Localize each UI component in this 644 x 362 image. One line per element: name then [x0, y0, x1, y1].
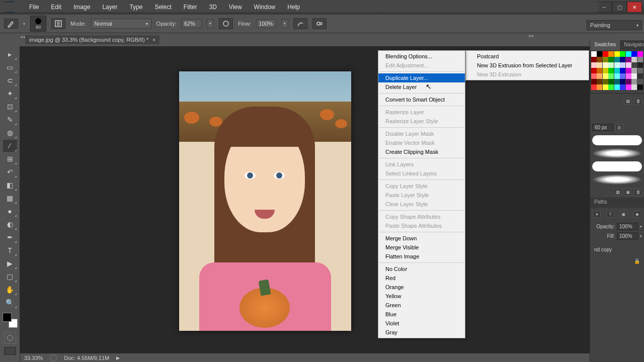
menu-filter[interactable]: Filter — [178, 3, 203, 12]
quick-mask-button[interactable] — [4, 332, 16, 344]
swatches-tab[interactable]: Swatches — [590, 40, 620, 50]
new-icon[interactable]: ▣ — [624, 189, 632, 196]
context-menu-item[interactable]: Violet — [378, 319, 465, 328]
color-swatch[interactable] — [620, 73, 625, 79]
menu-window[interactable]: Window — [248, 3, 282, 12]
flow-input[interactable]: 100% — [256, 19, 276, 28]
doc-info-arrow-icon[interactable]: ▶ — [116, 355, 120, 360]
color-swatch[interactable] — [620, 84, 625, 90]
eyedropper-tool[interactable]: ✎ — [3, 114, 17, 126]
panel-icon[interactable]: ▣ — [620, 211, 628, 218]
filter-icon[interactable]: ● — [593, 211, 601, 218]
context-menu-item[interactable]: Blending Options... — [378, 52, 465, 61]
color-swatch[interactable] — [603, 79, 608, 84]
navigator-tab[interactable]: Navigator — [620, 40, 644, 50]
color-swatch[interactable] — [637, 68, 643, 73]
magic-wand-tool[interactable]: ✦ — [3, 87, 17, 100]
paths-tab[interactable]: Paths — [590, 198, 611, 208]
color-swatch[interactable] — [597, 73, 602, 79]
color-swatch[interactable] — [631, 57, 637, 62]
color-swatch[interactable] — [626, 62, 631, 68]
color-swatch[interactable] — [626, 79, 631, 84]
color-swatch[interactable] — [597, 79, 602, 84]
opacity-input[interactable]: 62% — [182, 19, 202, 28]
color-swatch[interactable] — [597, 57, 602, 62]
menu-3d[interactable]: 3D — [203, 3, 222, 12]
maximize-button[interactable]: ▢ — [612, 2, 627, 13]
menu-view[interactable]: View — [223, 3, 248, 12]
color-swatch[interactable] — [591, 79, 597, 84]
color-swatch[interactable] — [603, 62, 608, 68]
context-menu-item[interactable]: Create Clipping Mask — [378, 147, 465, 156]
color-swatch[interactable] — [631, 84, 637, 90]
screen-mode-button[interactable] — [4, 347, 16, 355]
color-swatch[interactable] — [597, 84, 602, 90]
clone-stamp-tool[interactable]: ⊞ — [3, 153, 17, 165]
menu-image[interactable]: Image — [67, 3, 96, 12]
brush-panel-toggle-icon[interactable] — [51, 18, 65, 29]
color-swatch[interactable] — [626, 51, 631, 57]
marquee-tool[interactable]: ▭ — [3, 61, 17, 73]
color-swatch[interactable] — [637, 62, 643, 68]
color-swatch[interactable] — [637, 79, 643, 84]
healing-brush-tool[interactable]: ◍ — [3, 127, 17, 139]
color-swatch[interactable] — [631, 73, 637, 79]
document-canvas[interactable] — [179, 71, 351, 331]
rectangle-tool[interactable]: ▢ — [3, 270, 17, 283]
menu-file[interactable]: File — [23, 3, 45, 12]
foreground-background-color[interactable] — [3, 313, 18, 328]
context-menu-item[interactable]: Green — [378, 301, 465, 310]
context-menu-item[interactable]: No Color — [378, 264, 465, 274]
blend-mode-select[interactable]: Normal▾ — [91, 19, 151, 29]
opacity-dropdown[interactable]: ▾ — [207, 19, 214, 28]
airbrush-icon[interactable] — [293, 18, 307, 29]
color-swatch[interactable] — [620, 62, 625, 68]
color-swatch[interactable] — [626, 73, 631, 79]
brush-tool[interactable]: ∕ — [3, 140, 17, 152]
color-swatch[interactable] — [626, 68, 631, 73]
color-swatch[interactable] — [614, 73, 620, 79]
color-swatch[interactable] — [603, 73, 608, 79]
color-swatch[interactable] — [614, 57, 620, 62]
color-swatch[interactable] — [603, 51, 608, 57]
color-swatch[interactable] — [608, 57, 614, 62]
path-selection-tool[interactable]: ▶ — [3, 257, 17, 269]
brush-settings-icon[interactable]: ⊞ — [615, 124, 623, 131]
color-swatch[interactable] — [614, 68, 620, 73]
color-swatch[interactable] — [637, 51, 643, 57]
color-swatch[interactable] — [591, 62, 597, 68]
color-swatch[interactable] — [631, 68, 637, 73]
dodge-tool[interactable]: ◐ — [3, 218, 17, 230]
current-tool-icon[interactable] — [4, 19, 18, 29]
panel-icon[interactable]: ▦ — [614, 189, 622, 196]
color-swatch[interactable] — [608, 62, 614, 68]
context-menu-item[interactable]: Orange — [378, 283, 465, 292]
color-swatch[interactable] — [597, 62, 602, 68]
color-swatch[interactable] — [620, 79, 625, 84]
close-button[interactable]: ✕ — [627, 2, 642, 13]
history-brush-tool[interactable]: ↶ — [3, 166, 17, 178]
hand-tool[interactable]: ✋ — [3, 284, 17, 296]
color-swatch[interactable] — [608, 68, 614, 73]
panel-icon[interactable]: ▦ — [624, 98, 632, 105]
color-swatch[interactable] — [603, 68, 608, 73]
close-tab-icon[interactable]: × — [152, 37, 155, 43]
menu-edit[interactable]: Edit — [45, 3, 67, 12]
brush-stroke-sample[interactable] — [592, 148, 642, 158]
color-swatch[interactable] — [637, 84, 643, 90]
color-swatch[interactable] — [631, 79, 637, 84]
type-tool[interactable]: T — [3, 244, 17, 256]
color-swatch[interactable] — [614, 62, 620, 68]
color-swatch[interactable] — [591, 84, 597, 90]
brush-stroke-sample[interactable] — [592, 135, 642, 145]
color-swatch[interactable] — [591, 57, 597, 62]
gradient-tool[interactable]: ▦ — [3, 192, 17, 204]
color-swatch[interactable] — [603, 57, 608, 62]
submenu-item[interactable]: New 3D Extrusion from Selected Layer — [466, 61, 589, 70]
brush-stroke-sample[interactable] — [592, 174, 642, 185]
minimize-button[interactable]: ─ — [597, 2, 612, 13]
context-menu-item[interactable]: Merge Visible — [378, 243, 465, 252]
brush-preset-picker[interactable]: 60 — [30, 16, 46, 32]
trash-icon[interactable]: 🗑 — [634, 98, 642, 105]
menu-type[interactable]: Type — [123, 3, 148, 12]
